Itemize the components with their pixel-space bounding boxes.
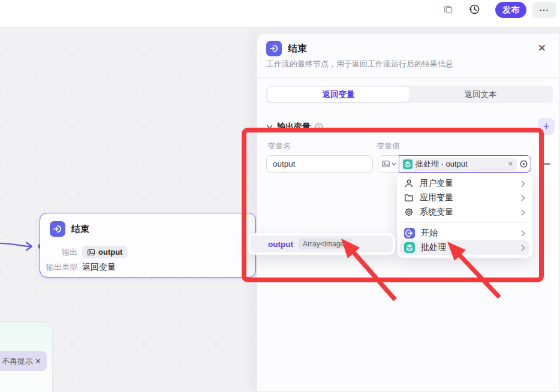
end-node-header: 结束 [50, 221, 89, 237]
submenu-item-output[interactable]: output Array<Image> [250, 236, 393, 252]
batch-output-submenu: output Array<Image> [248, 233, 395, 255]
workflow-editor: 发布 ··· 结束 输出 [0, 0, 560, 392]
variable-name-input[interactable] [266, 155, 373, 173]
end-node-card[interactable]: 结束 输出 output 输出类型 返回变量 [40, 213, 256, 278]
panel-title: 结束 [288, 43, 307, 55]
menu-item-label: 用户变量 [420, 178, 515, 189]
chevron-right-icon [521, 230, 525, 237]
node-output-type-value: 返回变量 [82, 262, 116, 273]
output-variables-title: 输出变量 [277, 122, 311, 132]
gear-icon [404, 207, 414, 217]
submenu-variable-type: Array<Image> [299, 239, 353, 249]
folder-icon [404, 193, 414, 203]
node-output-type-label: 输出类型 [40, 262, 77, 273]
panel-close-icon[interactable]: ✕ [538, 42, 546, 55]
panel-subtitle: 工作流的最终节点，用于返回工作流运行后的结果信息 [266, 59, 453, 70]
clear-reference-icon[interactable]: ✕ [508, 160, 513, 168]
top-toolbar: 发布 ··· [0, 0, 560, 28]
menu-item-system-variables[interactable]: 系统变量 [400, 205, 529, 219]
node-output-tag: output [82, 246, 127, 258]
tab-return-text[interactable]: 返回文本 [410, 87, 552, 102]
duplicate-icon[interactable] [443, 4, 454, 17]
node-output-value: output [98, 248, 122, 257]
add-variable-button[interactable]: + [538, 118, 555, 135]
batch-node-icon [404, 242, 415, 253]
variable-picker-menu: 用户变量 应用变量 系统变量 开始 [397, 173, 532, 258]
info-icon[interactable] [315, 123, 323, 131]
menu-item-app-variables[interactable]: 应用变量 [400, 191, 529, 205]
remove-variable-button[interactable] [542, 163, 550, 165]
reference-pill: 批处理 · output ✕ [401, 158, 517, 171]
menu-item-batch-node[interactable]: 批处理 [400, 240, 529, 255]
chevron-right-icon [521, 195, 525, 201]
chevron-right-icon [521, 245, 525, 251]
tab-return-variable[interactable]: 返回变量 [267, 87, 410, 102]
batch-node-icon [403, 159, 413, 169]
edge-connector [0, 239, 44, 255]
panel-end-icon [266, 41, 282, 56]
menu-item-label: 开始 [421, 228, 515, 239]
history-icon[interactable] [469, 4, 480, 17]
menu-item-user-variables[interactable]: 用户变量 [400, 176, 529, 191]
panel-divider [257, 77, 560, 78]
image-type-icon [87, 248, 95, 257]
menu-item-label: 应用变量 [420, 192, 515, 203]
node-output-label: 输出 [40, 247, 77, 258]
chevron-down-icon [392, 162, 396, 166]
menu-divider [402, 222, 527, 223]
chevron-right-icon [521, 180, 525, 187]
dismiss-tooltip: 不再提示 ✕ [0, 351, 47, 371]
chevron-right-icon [521, 209, 525, 216]
return-mode-tabs: 返回变量 返回文本 [266, 86, 553, 103]
value-type-select[interactable] [378, 155, 399, 173]
locate-target-icon[interactable] [519, 159, 528, 168]
dismiss-close-icon[interactable]: ✕ [35, 357, 47, 366]
menu-item-start-node[interactable]: 开始 [400, 226, 529, 240]
menu-item-label: 系统变量 [420, 207, 515, 218]
submenu-variable-name: output [268, 240, 293, 249]
collapse-chevron-icon[interactable] [266, 125, 273, 129]
column-variable-name: 变量名 [267, 141, 291, 152]
menu-item-label: 批处理 [421, 242, 515, 253]
variable-value-field[interactable]: 批处理 · output ✕ [399, 155, 531, 173]
end-node-title: 结束 [71, 224, 89, 235]
publish-button[interactable]: 发布 [495, 2, 526, 18]
end-node-icon [50, 221, 65, 237]
column-variable-value: 变量值 [377, 141, 400, 152]
image-type-icon [381, 159, 390, 168]
more-button[interactable]: ··· [532, 2, 556, 18]
reference-label: 批处理 · output [416, 159, 505, 170]
dismiss-tooltip-label: 不再提示 [2, 356, 33, 367]
start-node-icon [404, 228, 415, 239]
user-icon [404, 179, 414, 188]
